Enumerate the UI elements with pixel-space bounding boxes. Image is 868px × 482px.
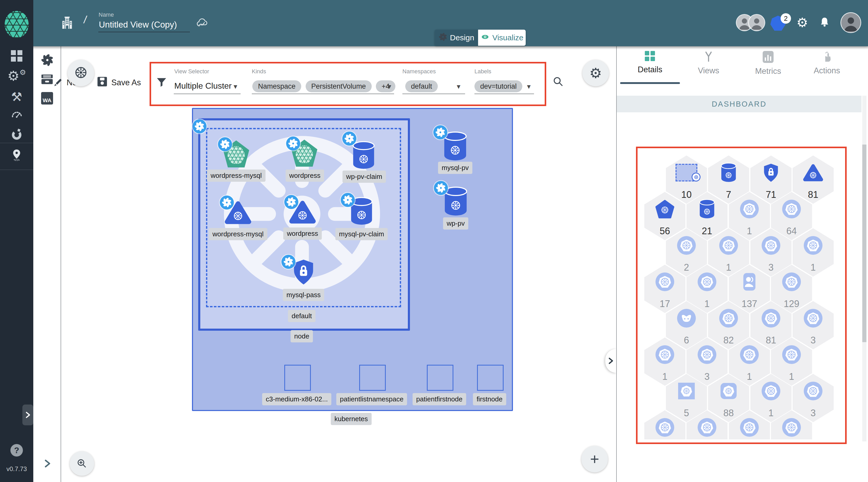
filter-funnel-icon[interactable] <box>156 77 167 89</box>
canvas-settings-fab[interactable]: ⚙ <box>582 60 609 86</box>
section-title: DASHBOARD <box>712 100 767 108</box>
machine-label: firstnode <box>473 393 506 405</box>
node-label: wordpress <box>283 227 322 240</box>
k8s-light-icon <box>793 305 834 331</box>
namespace-label: default <box>288 310 315 322</box>
k8s-light-icon <box>771 269 812 295</box>
dock-expand-chevron[interactable] <box>42 459 52 470</box>
k8s-light-icon <box>686 342 727 367</box>
k8s-light-icon <box>793 378 834 404</box>
tab-actions[interactable]: Actions <box>805 51 849 75</box>
labels-label: Labels <box>474 68 491 75</box>
k8s-light-icon <box>771 414 812 439</box>
collaborator-avatar[interactable] <box>749 15 765 30</box>
namespaces-caret[interactable]: ▾ <box>457 82 460 91</box>
tab-views[interactable]: Views <box>686 51 731 75</box>
actions-hand-icon <box>821 51 833 62</box>
node-secret[interactable] <box>292 259 315 287</box>
daemon-icon <box>666 305 707 331</box>
notifications-bell-icon[interactable] <box>818 17 831 29</box>
k8s-wheel-icon <box>74 66 87 80</box>
kind-chip[interactable]: PersistentVolume <box>306 80 372 92</box>
panel-collapse-handle[interactable] <box>605 349 616 373</box>
dock-meshery-designs[interactable] <box>41 54 54 68</box>
sidebar-item-dashboard[interactable] <box>0 50 33 62</box>
tab-label: Views <box>698 66 719 75</box>
k8s-light-icon <box>771 342 812 367</box>
add-node-fab[interactable]: + <box>581 446 608 472</box>
k8s-light-icon <box>666 232 707 258</box>
save-as-button[interactable]: Save As <box>111 78 141 87</box>
plus-icon: + <box>590 451 599 467</box>
views-icon <box>703 51 714 62</box>
swirl-icon <box>41 63 54 67</box>
labels-caret[interactable]: ▾ <box>527 82 531 91</box>
pentagon-icon <box>644 196 685 222</box>
k8s-light-icon <box>729 414 770 439</box>
sidebar-item-performance[interactable] <box>0 108 33 121</box>
tab-metrics[interactable]: Metrics <box>746 51 790 76</box>
section-header: DASHBOARD <box>617 96 862 112</box>
k8s-light-icon <box>708 232 749 258</box>
kind-chip[interactable]: Namespace <box>252 80 301 92</box>
settings-gear-icon[interactable]: ⚙ <box>797 15 808 30</box>
sidebar-item-configuration[interactable]: ⚒ <box>0 90 33 104</box>
save-icon <box>96 76 108 89</box>
tab-design[interactable]: Design <box>435 30 478 46</box>
hex-cell-k8s-light[interactable] <box>686 410 727 439</box>
machine-node[interactable] <box>427 365 454 391</box>
node-pv[interactable] <box>443 132 468 163</box>
hex-cell-k8s-light[interactable] <box>771 410 812 439</box>
zoom-in-fab[interactable] <box>70 451 94 476</box>
sidebar-item-connections[interactable] <box>0 148 33 162</box>
hex-cell-k8s-light[interactable] <box>729 410 770 439</box>
view-name-input[interactable] <box>98 20 190 32</box>
view-selector-caret[interactable]: ▾ <box>234 82 237 91</box>
tab-details[interactable]: Details <box>628 51 672 74</box>
dock-wasm-filters[interactable]: WA <box>41 92 53 104</box>
help-button[interactable]: ? <box>10 444 23 456</box>
new-design-fab[interactable] <box>68 60 94 86</box>
sidebar-item-extensions[interactable] <box>0 128 33 141</box>
kinds-chips: Namespace PersistentVolume +4 <box>252 80 399 92</box>
k8s-light-icon <box>750 378 792 404</box>
k8s-light-icon <box>793 232 834 258</box>
machine-node[interactable] <box>477 365 503 391</box>
node-pvc[interactable] <box>352 141 376 171</box>
machine-node[interactable] <box>284 365 311 391</box>
hex-cell-k8s-light[interactable] <box>644 410 685 439</box>
search-icon[interactable] <box>552 75 564 89</box>
node-label: wp-pv-claim <box>343 170 386 183</box>
namespace-chip[interactable]: default <box>405 80 438 92</box>
view-selector-value[interactable]: Multiple Cluster <box>174 81 232 91</box>
swirl-badge <box>284 195 298 209</box>
k8s-context-count-badge: 2 <box>781 13 791 24</box>
machine-node[interactable] <box>359 365 386 391</box>
tab-visualize[interactable]: Visualize <box>478 30 526 46</box>
magnifier-plus-icon <box>76 457 88 470</box>
namespaces-underline <box>402 94 465 94</box>
chevron-right-icon <box>607 357 615 365</box>
tab-label: Details <box>638 65 662 74</box>
sync-status-icon[interactable] <box>196 17 209 31</box>
k8s-light-icon <box>708 305 749 331</box>
panel-divider <box>616 46 617 482</box>
cluster-label: kubernetes <box>331 413 372 425</box>
kinds-caret[interactable]: ▾ <box>388 82 391 91</box>
meshery-logo[interactable] <box>5 11 29 38</box>
labels-chip[interactable]: dev=tutorial <box>474 80 522 92</box>
sidebar-item-lifecycle[interactable]: ⚙⚙ <box>0 68 33 84</box>
edit-pencil-icon[interactable] <box>52 77 63 90</box>
node-label: mysql-pass <box>283 289 324 301</box>
kind-chip-more[interactable]: +4 <box>376 80 395 92</box>
dock-divider <box>61 46 61 482</box>
panel-scrollbar-thumb[interactable] <box>862 144 866 342</box>
visualize-label: Visualize <box>492 33 524 42</box>
organization-icon[interactable] <box>60 17 74 31</box>
header-shadow <box>33 46 868 50</box>
swirl-badge <box>218 137 232 151</box>
sidebar-expand-button[interactable] <box>22 405 33 425</box>
k8s-light-icon <box>644 269 685 295</box>
user-avatar[interactable] <box>841 13 861 32</box>
version-label: v0.7.73 <box>0 465 33 473</box>
